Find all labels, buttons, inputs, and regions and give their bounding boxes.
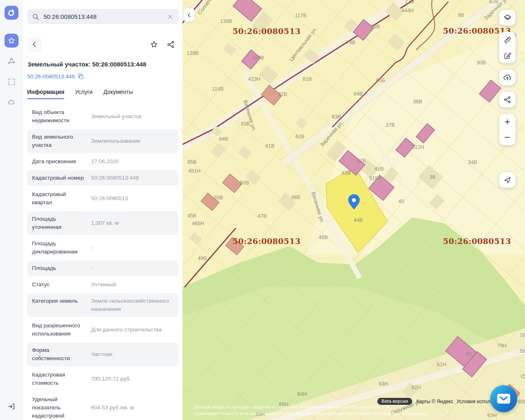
sign-in-icon [7, 402, 16, 411]
info-row-value: 27.06.2020 [86, 158, 173, 166]
cloud-icon [7, 98, 16, 106]
info-row-label: Вид земельного участка [32, 133, 86, 149]
parcel-label: 41В [374, 166, 383, 172]
locate-button[interactable] [499, 172, 516, 188]
tab-bar: ИнформацияУслугиДокументы [27, 89, 178, 99]
rail-item-favorites[interactable] [5, 34, 18, 48]
info-row-label: Категория земель [32, 297, 86, 313]
zoom-in-button[interactable]: + [499, 114, 516, 130]
rail-item-select-area[interactable] [5, 75, 18, 89]
parcel-label: 44В [354, 217, 363, 223]
measure-button[interactable] [499, 32, 516, 48]
info-row: Площадь- [27, 260, 178, 276]
parcel-label: 46В [291, 194, 300, 200]
parcel-label: 36В [413, 99, 422, 105]
copy-button[interactable] [78, 73, 84, 80]
parcel-label: 67В [489, 0, 498, 5]
parcel-label: 43В [342, 170, 351, 176]
info-row-value: Земли сельскохозяйственного назначения [86, 297, 173, 313]
info-row: Площадь декларированная- [27, 236, 178, 260]
chevron-left-icon [186, 12, 192, 18]
parcel-label: 42В [357, 158, 366, 164]
share-map-button[interactable] [499, 92, 516, 107]
info-row-value: 50:26:0080513 [86, 190, 173, 207]
draw-button[interactable] [499, 48, 516, 63]
cadastral-number-link[interactable]: 50:26:0080513:448 [27, 73, 75, 80]
info-row-value: - [86, 240, 173, 256]
cloud-upload-icon [503, 73, 512, 82]
search-input[interactable] [43, 13, 163, 20]
parcel-label: 589Н [520, 348, 525, 354]
map-canvas: 50:26:008051350:26:008051350:26:00805135… [183, 0, 525, 420]
parcel-label: 81В [303, 76, 312, 82]
info-row-value: 1,307 кв. м [86, 215, 173, 231]
parcel-label: 138В [220, 18, 232, 24]
parcel-label: 64В [354, 91, 363, 97]
envelope-icon [497, 393, 511, 404]
back-button[interactable] [27, 37, 42, 52]
upload-button[interactable] [499, 70, 516, 85]
parcel-label: 83Н [379, 381, 388, 387]
selection-square-icon [8, 78, 16, 86]
collapse-panel-button[interactable] [183, 8, 194, 22]
logo-icon [7, 8, 16, 17]
tab-2[interactable]: Документы [103, 89, 133, 99]
parcel-label: 83В [241, 121, 250, 127]
left-rail [0, 0, 23, 420]
sign-in-button[interactable] [5, 399, 18, 413]
parcel-label: 458 [187, 213, 196, 219]
parcel-label: 444Н [402, 8, 414, 14]
parcel-label: 423Н [248, 76, 260, 82]
parcel-label: 61В [265, 143, 274, 149]
edit-area-icon [503, 51, 512, 60]
parcel-label: 82В [278, 91, 287, 97]
minus-icon: − [504, 132, 510, 142]
info-row-value: Землепользование [86, 133, 173, 149]
rail-item-polygon[interactable] [5, 54, 18, 68]
rail-item-cloud[interactable] [5, 95, 18, 109]
info-row-value: 604.53 руб./кв. м [86, 395, 173, 420]
search-bar[interactable] [27, 9, 178, 24]
parcel-label: 85В [187, 159, 196, 165]
info-row-label: Площадь уточненная [32, 215, 86, 231]
info-row-value: - [86, 264, 173, 272]
tab-0[interactable]: Информация [27, 89, 64, 99]
map-container[interactable]: 50:26:008051350:26:008051350:26:00805135… [183, 0, 525, 420]
parcel-label: 34В [468, 160, 477, 165]
chat-button[interactable] [490, 385, 517, 412]
parcel-label: 39 [429, 174, 435, 180]
parcel-label: 139В [187, 50, 199, 56]
info-row: Кадастровая стоимость790,120.71 руб. [27, 367, 178, 391]
parcel-label: 81Н [437, 362, 446, 368]
details-panel: Земельный участок: 50:26:0080513:448 50:… [23, 0, 183, 420]
share-icon [167, 40, 175, 49]
info-row-value: 50:26:0080513:448 [86, 174, 173, 182]
info-row: Дата присвоения27.06.2020 [27, 154, 178, 169]
parcel-label: 30В [477, 60, 486, 66]
parcel-label: 78Н [520, 333, 525, 338]
parcel-label: 47В [258, 213, 267, 219]
parcel-label: 45В [319, 235, 328, 240]
zoom-out-button[interactable]: − [499, 130, 516, 145]
info-row-label: Форма собственности [32, 346, 86, 363]
info-row: Форма собственностиЧастная [27, 342, 178, 366]
parcel-label: 37В [386, 122, 395, 128]
close-icon [167, 14, 173, 20]
parcel-label: 77В [405, 0, 414, 5]
info-row: Кадастровый квартал50:26:0080513 [27, 187, 178, 210]
info-row-value: Учтенный [86, 281, 173, 289]
object-title: Земельный участок: 50:26:0080513:448 [27, 61, 178, 68]
parcel-label: 63В [332, 114, 341, 120]
clear-search-button[interactable] [167, 14, 173, 20]
app-logo[interactable] [5, 6, 18, 20]
parcel-label: 66 [458, 12, 464, 18]
share-button[interactable] [167, 40, 175, 49]
info-row-value: Для дачного строительства [86, 322, 173, 338]
favorite-button[interactable] [150, 40, 158, 49]
parcel-label: 50В [240, 180, 249, 186]
layers-button[interactable] [499, 10, 516, 25]
tab-1[interactable]: Услуги [75, 89, 93, 99]
layers-icon [503, 14, 512, 22]
parcel-label: 117В [295, 13, 306, 18]
parcel-label: 49В [198, 256, 207, 261]
